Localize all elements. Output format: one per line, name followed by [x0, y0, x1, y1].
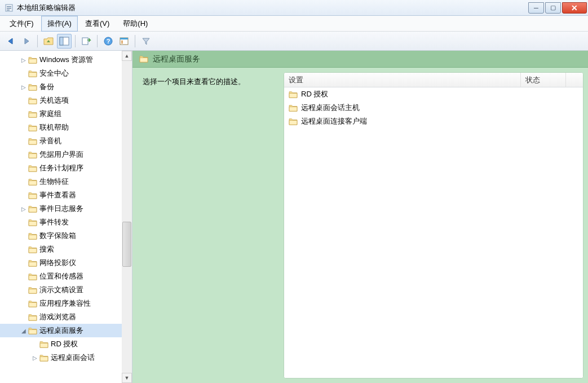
close-button[interactable]: ✕	[562, 2, 587, 14]
tree-item[interactable]: 家庭组	[0, 107, 122, 121]
nav-back-button[interactable]	[3, 34, 18, 49]
expander-icon[interactable]	[20, 70, 27, 77]
content-area: ▷Windows 资源管安全中心▷备份关机选项家庭组联机帮助录音机凭据用户界面任…	[0, 51, 588, 383]
tree-item[interactable]: 游戏浏览器	[0, 310, 122, 324]
expander-icon[interactable]	[20, 124, 27, 131]
detail-body: 选择一个项目来查看它的描述。 设置 状态 RD 授权远程桌面会话主机远程桌面连接…	[132, 68, 588, 383]
expander-icon[interactable]	[20, 314, 27, 320]
list-item[interactable]: 远程桌面连接客户端	[284, 115, 583, 128]
arrow-left-icon	[6, 36, 16, 46]
menu-file[interactable]: 文件(F)	[3, 16, 40, 32]
navigation-tree[interactable]: ▷Windows 资源管安全中心▷备份关机选项家庭组联机帮助录音机凭据用户界面任…	[0, 51, 122, 364]
tree-item[interactable]: 演示文稿设置	[0, 283, 122, 297]
tree-item-label: 安全中心	[39, 68, 69, 78]
detail-header-title: 远程桌面服务	[153, 54, 200, 64]
tree-item[interactable]: 凭据用户界面	[0, 148, 122, 161]
svg-rect-12	[121, 42, 123, 43]
expander-icon[interactable]	[20, 219, 27, 226]
folder-icon	[28, 151, 37, 159]
titlebar[interactable]: 本地组策略编辑器 ─ ▢ ✕	[0, 0, 588, 16]
list-item[interactable]: RD 授权	[284, 87, 583, 101]
expander-icon[interactable]	[20, 300, 27, 307]
folder-icon	[28, 300, 37, 307]
tree-item-label: 凭据用户界面	[39, 149, 83, 160]
expander-icon[interactable]	[20, 97, 27, 104]
expander-icon[interactable]	[20, 246, 27, 253]
svg-text:?: ?	[107, 38, 110, 45]
tree-item-label: 联机帮助	[39, 122, 69, 133]
show-hide-console-tree-button[interactable]	[57, 34, 72, 49]
minimize-button[interactable]: ─	[528, 2, 544, 14]
tree-item-label: 事件日志服务	[39, 204, 83, 214]
column-header-status[interactable]: 状态	[521, 73, 566, 87]
menu-help[interactable]: 帮助(H)	[117, 16, 154, 32]
menu-view[interactable]: 查看(V)	[79, 16, 116, 32]
expander-icon[interactable]	[20, 232, 27, 239]
expander-icon[interactable]	[20, 259, 27, 266]
folder-icon	[28, 165, 37, 172]
tree-item[interactable]: 录音机	[0, 134, 122, 148]
expander-icon[interactable]: ▷	[32, 354, 38, 361]
tree-item[interactable]: 任务计划程序	[0, 161, 122, 175]
tree-item[interactable]: ▷远程桌面会话	[0, 351, 122, 364]
scroll-down-icon[interactable]: ▼	[122, 373, 132, 383]
folder-icon	[289, 104, 298, 112]
list-column: 设置 状态 RD 授权远程桌面会话主机远程桌面连接客户端	[284, 72, 583, 378]
scroll-track[interactable]	[122, 61, 132, 373]
tree-scrollbar[interactable]: ▲ ▼	[122, 51, 132, 383]
tree-item[interactable]: 位置和传感器	[0, 270, 122, 283]
tree-item[interactable]: 生物特征	[0, 175, 122, 188]
tree-item[interactable]: 应用程序兼容性	[0, 297, 122, 310]
folder-icon	[28, 83, 37, 91]
filter-button[interactable]	[139, 34, 153, 49]
tree-item-label: 应用程序兼容性	[39, 298, 91, 309]
expander-icon[interactable]	[20, 151, 27, 158]
column-header-setting[interactable]: 设置	[284, 73, 521, 87]
tree-item[interactable]: RD 授权	[0, 337, 122, 351]
expander-icon[interactable]: ▷	[20, 205, 27, 212]
export-list-button[interactable]	[79, 34, 94, 49]
tree-item[interactable]: 网络投影仪	[0, 256, 122, 270]
list-item-label: 远程桌面连接客户端	[301, 116, 367, 126]
nav-forward-button[interactable]	[19, 34, 34, 49]
properties-button[interactable]	[117, 34, 131, 49]
tree-item[interactable]: 事件查看器	[0, 188, 122, 202]
tree-item[interactable]: 数字保险箱	[0, 229, 122, 243]
tree-item[interactable]: 联机帮助	[0, 121, 122, 134]
tree-item[interactable]: ▷备份	[0, 80, 122, 94]
toolbar-separator	[37, 35, 38, 47]
tree-item[interactable]: 关机选项	[0, 94, 122, 107]
expander-icon[interactable]	[20, 287, 27, 293]
expander-icon[interactable]	[20, 192, 27, 199]
expander-icon[interactable]: ◢	[20, 327, 27, 334]
expander-icon[interactable]: ▷	[20, 83, 27, 90]
tree-item[interactable]: 事件转发	[0, 215, 122, 229]
expander-icon[interactable]: ▷	[20, 56, 27, 63]
up-button[interactable]	[41, 34, 56, 49]
scroll-up-icon[interactable]: ▲	[122, 51, 132, 61]
description-text: 选择一个项目来查看它的描述。	[143, 77, 245, 86]
tree-item-label: 关机选项	[39, 95, 69, 105]
menubar: 文件(F) 操作(A) 查看(V) 帮助(H)	[0, 16, 588, 32]
svg-rect-2	[7, 8, 11, 9]
expander-icon[interactable]	[20, 138, 27, 144]
list-header: 设置 状态	[284, 73, 583, 87]
expander-icon[interactable]	[20, 273, 27, 280]
expander-icon[interactable]	[32, 341, 38, 347]
folder-icon	[28, 259, 37, 267]
tree-item[interactable]: 搜索	[0, 243, 122, 256]
help-button[interactable]: ?	[101, 34, 116, 49]
detail-header: 远程桌面服务	[132, 51, 588, 68]
menu-action[interactable]: 操作(A)	[41, 16, 78, 32]
list-item[interactable]: 远程桌面会话主机	[284, 101, 583, 115]
expander-icon[interactable]	[20, 111, 27, 117]
expander-icon[interactable]	[20, 178, 27, 185]
maximize-button[interactable]: ▢	[545, 2, 561, 14]
expander-icon[interactable]	[20, 165, 27, 171]
tree-item[interactable]: ▷事件日志服务	[0, 202, 122, 215]
tree-item[interactable]: 安全中心	[0, 67, 122, 80]
list-item-label: 远程桌面会话主机	[301, 103, 360, 113]
scroll-thumb[interactable]	[122, 222, 131, 267]
tree-item[interactable]: ▷Windows 资源管	[0, 53, 122, 67]
tree-item[interactable]: ◢远程桌面服务	[0, 324, 122, 337]
